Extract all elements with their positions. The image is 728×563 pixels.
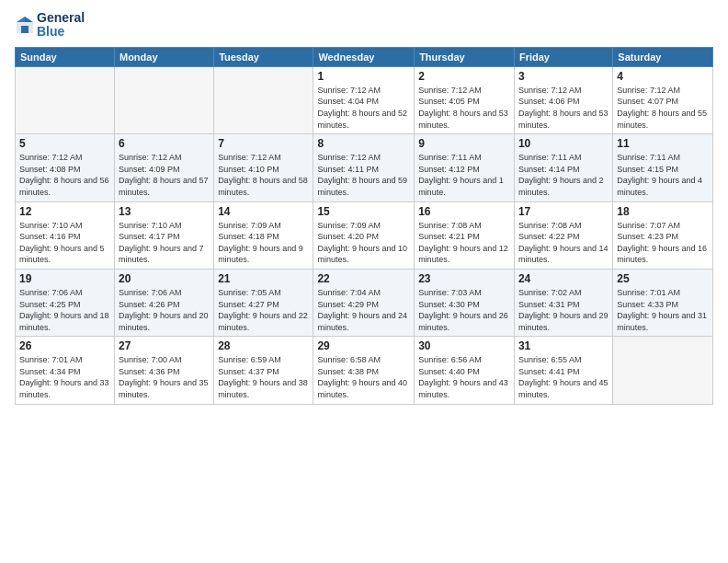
day-number: 27	[119, 339, 210, 352]
weekday-header-wednesday: Wednesday	[313, 47, 415, 66]
day-number: 31	[518, 339, 609, 352]
day-info: Sunrise: 7:10 AM Sunset: 4:17 PM Dayligh…	[119, 220, 210, 266]
calendar-cell: 25Sunrise: 7:01 AM Sunset: 4:33 PM Dayli…	[613, 269, 713, 336]
day-info: Sunrise: 7:12 AM Sunset: 4:07 PM Dayligh…	[617, 85, 709, 131]
svg-marker-3	[17, 17, 25, 22]
day-number: 17	[518, 205, 609, 218]
day-number: 4	[617, 70, 709, 83]
calendar-cell: 5Sunrise: 7:12 AM Sunset: 4:08 PM Daylig…	[16, 134, 115, 201]
calendar-cell: 1Sunrise: 7:12 AM Sunset: 4:04 PM Daylig…	[313, 66, 415, 133]
day-number: 13	[119, 205, 210, 218]
calendar-cell: 8Sunrise: 7:12 AM Sunset: 4:11 PM Daylig…	[313, 134, 415, 201]
calendar-cell: 26Sunrise: 7:01 AM Sunset: 4:34 PM Dayli…	[16, 337, 115, 404]
day-info: Sunrise: 7:01 AM Sunset: 4:34 PM Dayligh…	[19, 354, 110, 400]
calendar-cell: 19Sunrise: 7:06 AM Sunset: 4:25 PM Dayli…	[16, 269, 115, 336]
calendar-cell: 16Sunrise: 7:08 AM Sunset: 4:21 PM Dayli…	[415, 201, 515, 269]
calendar-cell: 27Sunrise: 7:00 AM Sunset: 4:36 PM Dayli…	[114, 337, 213, 404]
day-number: 28	[218, 339, 309, 352]
weekday-header-monday: Monday	[114, 47, 213, 66]
calendar-cell: 12Sunrise: 7:10 AM Sunset: 4:16 PM Dayli…	[16, 201, 115, 269]
calendar-cell: 14Sunrise: 7:09 AM Sunset: 4:18 PM Dayli…	[214, 201, 313, 269]
calendar-cell: 28Sunrise: 6:59 AM Sunset: 4:37 PM Dayli…	[214, 337, 313, 404]
day-info: Sunrise: 7:12 AM Sunset: 4:09 PM Dayligh…	[119, 152, 210, 198]
calendar-cell: 23Sunrise: 7:03 AM Sunset: 4:30 PM Dayli…	[415, 269, 515, 336]
day-number: 11	[617, 137, 709, 150]
page: General Blue SundayMondayTuesdayWednesda…	[0, 0, 728, 563]
day-number: 15	[317, 205, 410, 218]
day-number: 20	[119, 272, 210, 285]
calendar-cell: 18Sunrise: 7:07 AM Sunset: 4:23 PM Dayli…	[613, 201, 713, 269]
day-info: Sunrise: 7:12 AM Sunset: 4:08 PM Dayligh…	[19, 152, 110, 198]
day-number: 10	[518, 137, 609, 150]
weekday-header-thursday: Thursday	[415, 47, 515, 66]
calendar-week-row: 1Sunrise: 7:12 AM Sunset: 4:04 PM Daylig…	[16, 66, 713, 133]
calendar-cell: 7Sunrise: 7:12 AM Sunset: 4:10 PM Daylig…	[214, 134, 313, 201]
day-info: Sunrise: 7:08 AM Sunset: 4:21 PM Dayligh…	[418, 220, 510, 266]
day-number: 26	[19, 339, 110, 352]
calendar-cell	[613, 337, 713, 404]
day-info: Sunrise: 7:08 AM Sunset: 4:22 PM Dayligh…	[518, 220, 609, 266]
header: General Blue	[15, 11, 713, 40]
calendar-cell: 17Sunrise: 7:08 AM Sunset: 4:22 PM Dayli…	[514, 201, 612, 269]
calendar-week-row: 26Sunrise: 7:01 AM Sunset: 4:34 PM Dayli…	[16, 337, 713, 404]
calendar-week-row: 19Sunrise: 7:06 AM Sunset: 4:25 PM Dayli…	[16, 269, 713, 336]
day-number: 23	[418, 272, 510, 285]
day-number: 29	[317, 339, 410, 352]
day-info: Sunrise: 6:56 AM Sunset: 4:40 PM Dayligh…	[418, 354, 510, 400]
calendar-cell: 11Sunrise: 7:11 AM Sunset: 4:15 PM Dayli…	[613, 134, 713, 201]
day-number: 22	[317, 272, 410, 285]
day-info: Sunrise: 7:02 AM Sunset: 4:31 PM Dayligh…	[518, 287, 609, 333]
day-info: Sunrise: 7:11 AM Sunset: 4:12 PM Dayligh…	[418, 152, 510, 198]
day-info: Sunrise: 7:11 AM Sunset: 4:15 PM Dayligh…	[617, 152, 709, 198]
day-info: Sunrise: 7:05 AM Sunset: 4:27 PM Dayligh…	[218, 287, 309, 333]
day-info: Sunrise: 7:12 AM Sunset: 4:06 PM Dayligh…	[518, 85, 609, 131]
calendar-cell: 20Sunrise: 7:06 AM Sunset: 4:26 PM Dayli…	[114, 269, 213, 336]
day-number: 19	[19, 272, 110, 285]
calendar-cell: 21Sunrise: 7:05 AM Sunset: 4:27 PM Dayli…	[214, 269, 313, 336]
day-info: Sunrise: 7:09 AM Sunset: 4:18 PM Dayligh…	[218, 220, 309, 266]
calendar-cell: 2Sunrise: 7:12 AM Sunset: 4:05 PM Daylig…	[415, 66, 515, 133]
day-number: 1	[317, 70, 410, 83]
day-number: 30	[418, 339, 510, 352]
calendar-cell	[214, 66, 313, 133]
day-info: Sunrise: 7:00 AM Sunset: 4:36 PM Dayligh…	[119, 354, 210, 400]
day-number: 16	[418, 205, 510, 218]
weekday-header-sunday: Sunday	[16, 47, 115, 66]
day-info: Sunrise: 7:04 AM Sunset: 4:29 PM Dayligh…	[317, 287, 410, 333]
logo-text: General Blue	[37, 11, 85, 40]
weekday-header-row: SundayMondayTuesdayWednesdayThursdayFrid…	[16, 47, 713, 66]
svg-rect-4	[21, 26, 28, 33]
day-info: Sunrise: 7:11 AM Sunset: 4:14 PM Dayligh…	[518, 152, 609, 198]
day-number: 8	[317, 137, 410, 150]
weekday-header-friday: Friday	[514, 47, 612, 66]
calendar-week-row: 12Sunrise: 7:10 AM Sunset: 4:16 PM Dayli…	[16, 201, 713, 269]
day-number: 14	[218, 205, 309, 218]
logo-icon	[15, 15, 35, 35]
day-number: 3	[518, 70, 609, 83]
calendar-cell: 31Sunrise: 6:55 AM Sunset: 4:41 PM Dayli…	[514, 337, 612, 404]
calendar-cell: 6Sunrise: 7:12 AM Sunset: 4:09 PM Daylig…	[114, 134, 213, 201]
calendar-cell: 10Sunrise: 7:11 AM Sunset: 4:14 PM Dayli…	[514, 134, 612, 201]
day-number: 18	[617, 205, 709, 218]
weekday-header-saturday: Saturday	[613, 47, 713, 66]
day-info: Sunrise: 7:03 AM Sunset: 4:30 PM Dayligh…	[418, 287, 510, 333]
calendar-week-row: 5Sunrise: 7:12 AM Sunset: 4:08 PM Daylig…	[16, 134, 713, 201]
day-info: Sunrise: 6:59 AM Sunset: 4:37 PM Dayligh…	[218, 354, 309, 400]
calendar-cell: 4Sunrise: 7:12 AM Sunset: 4:07 PM Daylig…	[613, 66, 713, 133]
calendar-cell: 22Sunrise: 7:04 AM Sunset: 4:29 PM Dayli…	[313, 269, 415, 336]
day-info: Sunrise: 7:12 AM Sunset: 4:10 PM Dayligh…	[218, 152, 309, 198]
day-info: Sunrise: 6:58 AM Sunset: 4:38 PM Dayligh…	[317, 354, 410, 400]
calendar-cell: 29Sunrise: 6:58 AM Sunset: 4:38 PM Dayli…	[313, 337, 415, 404]
day-number: 6	[119, 137, 210, 150]
calendar: SundayMondayTuesdayWednesdayThursdayFrid…	[15, 47, 713, 405]
day-info: Sunrise: 7:06 AM Sunset: 4:25 PM Dayligh…	[19, 287, 110, 333]
weekday-header-tuesday: Tuesday	[214, 47, 313, 66]
day-number: 21	[218, 272, 309, 285]
day-number: 12	[19, 205, 110, 218]
day-info: Sunrise: 7:12 AM Sunset: 4:05 PM Dayligh…	[418, 85, 510, 131]
day-info: Sunrise: 7:07 AM Sunset: 4:23 PM Dayligh…	[617, 220, 709, 266]
day-number: 7	[218, 137, 309, 150]
day-info: Sunrise: 7:09 AM Sunset: 4:20 PM Dayligh…	[317, 220, 410, 266]
day-info: Sunrise: 7:01 AM Sunset: 4:33 PM Dayligh…	[617, 287, 709, 333]
day-info: Sunrise: 7:06 AM Sunset: 4:26 PM Dayligh…	[119, 287, 210, 333]
